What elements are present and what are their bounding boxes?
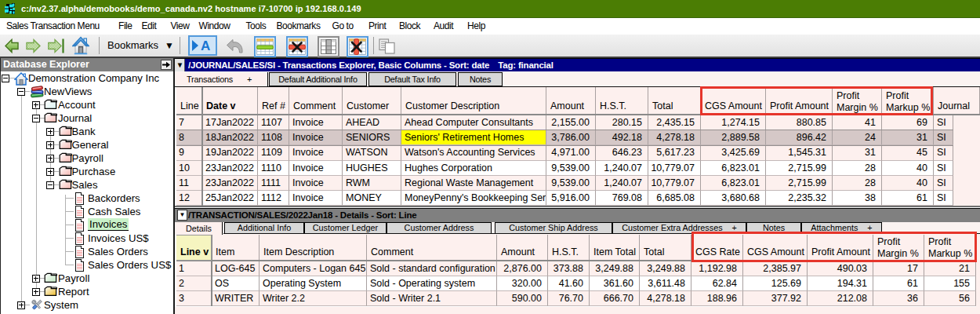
svg-text:A: A — [201, 38, 210, 53]
